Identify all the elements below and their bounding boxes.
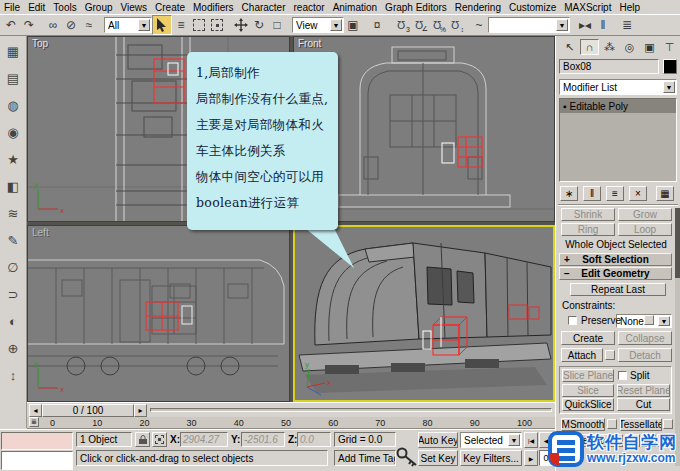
viewport-top-label[interactable]: Top: [32, 38, 48, 49]
select-and-manipulate-icon[interactable]: ¤: [368, 16, 386, 34]
set-keys-key-icon[interactable]: [396, 446, 418, 468]
preserve-settings-icon[interactable]: [644, 315, 654, 325]
select-and-link-icon[interactable]: ∞: [44, 16, 62, 34]
select-and-scale-icon[interactable]: □: [268, 16, 286, 34]
menu-rendering[interactable]: Rendering: [451, 2, 505, 13]
tab-utilities-icon[interactable]: ⊤: [660, 39, 679, 55]
grow-button[interactable]: Grow: [618, 208, 672, 221]
preserve-uvs-checkbox[interactable]: [568, 316, 577, 325]
maxscript-listener-white[interactable]: [1, 451, 73, 470]
time-slider-handle[interactable]: 0 / 100: [42, 404, 134, 417]
soft-selection-rollout[interactable]: +Soft Selection: [559, 253, 672, 266]
bind-to-spacewarp-icon[interactable]: ≈: [80, 16, 98, 34]
percent-snap-icon[interactable]: Ω%: [428, 16, 446, 34]
menu-help[interactable]: Help: [615, 2, 644, 13]
mirror-icon[interactable]: ▸◂: [576, 16, 594, 34]
key-filters-button[interactable]: Key Filters...: [460, 450, 522, 466]
chevron-down-icon[interactable]: ▼: [556, 19, 568, 31]
repeat-last-button[interactable]: Repeat Last: [570, 283, 666, 296]
angle-snap-icon[interactable]: Ω∠: [410, 16, 428, 34]
reactor-deforming-mesh-icon[interactable]: ★: [3, 149, 23, 169]
mini-curve-editor-icon[interactable]: ≣: [29, 417, 39, 427]
stack-item-editable-poly[interactable]: ▪ Editable Poly: [560, 99, 676, 113]
use-pivot-point-icon[interactable]: ▣: [344, 16, 362, 34]
named-selection-sets-dropdown[interactable]: ▼: [488, 17, 570, 33]
time-slider-prev-icon[interactable]: ◂: [29, 404, 42, 417]
menu-reactor[interactable]: reactor: [290, 2, 329, 13]
reactor-softbody-collection-icon[interactable]: ◍: [3, 95, 23, 115]
menu-graph-editors[interactable]: Graph Editors: [381, 2, 451, 13]
time-slider-track[interactable]: [150, 408, 552, 412]
collapse-button[interactable]: Collapse: [618, 331, 672, 345]
chevron-down-icon[interactable]: ▼: [658, 316, 670, 326]
snap-toggle-3d-icon[interactable]: Ω3: [392, 16, 410, 34]
reactor-toy-car-icon[interactable]: ∅: [3, 257, 23, 277]
redo-icon[interactable]: ↷: [20, 16, 38, 34]
reactor-spring-icon[interactable]: ≋: [3, 203, 23, 223]
menu-maxscript[interactable]: MAXScript: [560, 2, 615, 13]
menu-group[interactable]: Group: [81, 2, 117, 13]
layer-manager-icon[interactable]: ≣: [618, 16, 636, 34]
shrink-button[interactable]: Shrink: [561, 208, 615, 221]
menu-create[interactable]: Create: [151, 2, 189, 13]
menu-animation[interactable]: Animation: [329, 2, 381, 13]
selection-lock-icon[interactable]: [135, 432, 150, 447]
tab-display-icon[interactable]: ▣: [640, 39, 659, 55]
go-to-start-icon[interactable]: |◀: [524, 432, 538, 448]
modifier-list-dropdown[interactable]: Modifier List ▼: [559, 79, 677, 95]
reactor-rope-collection-icon[interactable]: ◉: [3, 122, 23, 142]
make-unique-icon[interactable]: ≡: [606, 186, 624, 201]
next-frame-icon[interactable]: ▶: [524, 450, 538, 466]
edit-geometry-rollout[interactable]: −Edit Geometry: [559, 267, 672, 280]
reactor-water-icon[interactable]: ⊕: [3, 338, 23, 358]
reactor-cloth-collection-icon[interactable]: ▤: [3, 68, 23, 88]
reactor-motor-icon[interactable]: ⊃: [3, 284, 23, 304]
rectangular-selection-region-icon[interactable]: [190, 16, 208, 34]
viewport-left[interactable]: Left xy: [27, 225, 290, 402]
slice-plane-button[interactable]: Slice Plane: [562, 369, 614, 382]
menu-customize[interactable]: Customize: [505, 2, 560, 13]
chevron-down-icon[interactable]: ▼: [663, 81, 675, 93]
tab-hierarchy-icon[interactable]: ⁂: [600, 39, 619, 55]
attach-button[interactable]: Attach: [561, 348, 603, 362]
detach-button[interactable]: Detach: [618, 348, 672, 362]
split-checkbox[interactable]: [618, 371, 627, 380]
unlink-selection-icon[interactable]: ⊘: [62, 16, 80, 34]
reference-coordinate-dropdown[interactable]: View ▼: [292, 17, 344, 33]
window-crossing-icon[interactable]: [208, 16, 226, 34]
reactor-wind-icon[interactable]: ↕: [3, 365, 23, 385]
menu-character[interactable]: Character: [238, 2, 290, 13]
menu-modifiers[interactable]: Modifiers: [189, 2, 238, 13]
reactor-plane-icon[interactable]: ◧: [3, 176, 23, 196]
select-and-move-icon[interactable]: [232, 16, 250, 34]
remove-modifier-icon[interactable]: ×: [629, 186, 647, 201]
selection-filter-dropdown[interactable]: All ▼: [104, 17, 152, 33]
ring-button[interactable]: Ring: [561, 223, 615, 236]
chevron-down-icon[interactable]: ▼: [330, 19, 342, 31]
menu-edit[interactable]: Edit: [24, 2, 49, 13]
y-coordinate-field[interactable]: -2501.6: [241, 432, 285, 447]
quickslice-button[interactable]: QuickSlice: [562, 398, 614, 411]
x-coordinate-field[interactable]: 2904.27: [180, 432, 228, 447]
undo-icon[interactable]: ↶: [2, 16, 20, 34]
modifier-stack[interactable]: ▪ Editable Poly: [559, 98, 677, 182]
viewport-front-label[interactable]: Front: [298, 38, 321, 49]
attach-list-icon[interactable]: [605, 350, 615, 360]
z-coordinate-field[interactable]: 0.0: [297, 432, 331, 447]
menu-file[interactable]: File: [0, 2, 24, 13]
keyboard-shortcut-override-icon[interactable]: ~: [470, 16, 488, 34]
set-key-button[interactable]: Set Key: [418, 450, 458, 466]
viewport-left-label[interactable]: Left: [32, 227, 49, 238]
loop-button[interactable]: Loop: [618, 223, 672, 236]
cut-button[interactable]: Cut: [617, 398, 670, 411]
auto-key-button[interactable]: Auto Key: [418, 432, 458, 448]
absolute-offset-toggle-icon[interactable]: [152, 432, 167, 447]
slice-button[interactable]: Slice: [562, 384, 614, 397]
select-object-button[interactable]: [152, 15, 172, 35]
pin-stack-icon[interactable]: ∗: [560, 186, 578, 201]
select-by-name-icon[interactable]: ≡: [172, 16, 190, 34]
add-time-tag[interactable]: Add Time Tag: [334, 450, 396, 466]
object-color-swatch[interactable]: [663, 59, 677, 74]
show-end-result-icon[interactable]: ‖: [583, 186, 601, 201]
track-bar[interactable]: 0102030405060708090100 ≣: [27, 417, 555, 429]
